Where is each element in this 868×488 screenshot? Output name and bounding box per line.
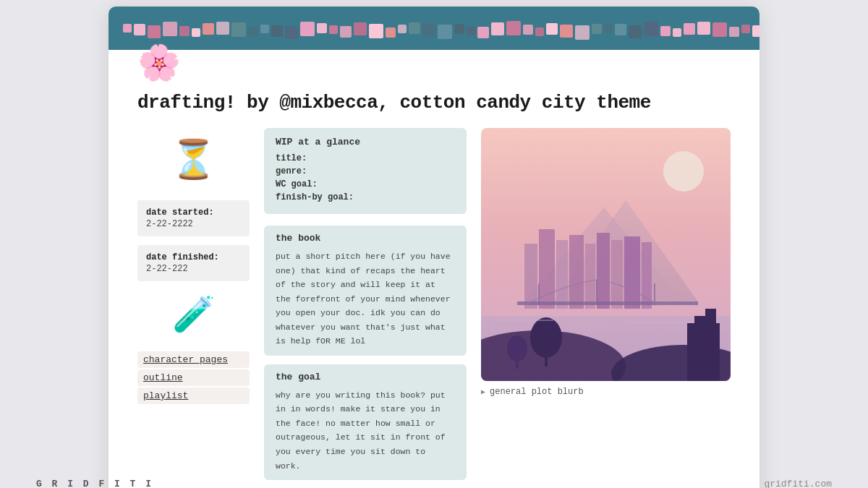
pixel-block bbox=[741, 25, 750, 33]
svg-rect-10 bbox=[597, 233, 610, 309]
svg-rect-13 bbox=[642, 242, 652, 309]
nav-links: character pages outline playlist bbox=[137, 351, 250, 404]
pixel-block bbox=[660, 26, 671, 36]
pixel-block bbox=[317, 23, 327, 33]
svg-rect-8 bbox=[569, 235, 584, 309]
pixel-block bbox=[271, 25, 283, 37]
wip-title: WIP at a glance bbox=[276, 137, 455, 147]
pixel-block bbox=[560, 25, 573, 38]
notion-card: 🌸 drafting! by @mixbecca, cotton candy c… bbox=[109, 7, 760, 488]
pixel-block bbox=[467, 27, 475, 35]
outer-wrapper: G R I D F I T I gridfiti.com 🌸 drafting!… bbox=[14, 14, 854, 488]
pixel-block bbox=[163, 22, 177, 36]
pixel-block bbox=[615, 24, 626, 35]
pixel-block bbox=[491, 22, 504, 35]
date-finished-label: date finished: bbox=[146, 252, 241, 262]
svg-rect-29 bbox=[626, 322, 691, 323]
brand-right: gridfiti.com bbox=[764, 479, 832, 488]
svg-rect-28 bbox=[568, 323, 611, 325]
potion-icon: 🧪 bbox=[172, 290, 216, 341]
card-header bbox=[109, 7, 760, 50]
svg-rect-9 bbox=[585, 244, 595, 309]
nav-outline[interactable]: outline bbox=[137, 369, 250, 386]
pixel-block bbox=[506, 21, 521, 35]
pixel-block bbox=[260, 25, 269, 33]
pixel-block bbox=[148, 25, 161, 38]
book-heading: the book bbox=[276, 233, 455, 244]
wip-wc-row: WC goal: bbox=[276, 179, 455, 189]
nav-playlist[interactable]: playlist bbox=[137, 388, 250, 404]
date-started-section: date started: 2-22-2222 bbox=[137, 200, 250, 236]
svg-rect-11 bbox=[611, 240, 623, 309]
pixel-block bbox=[752, 25, 760, 37]
city-illustration bbox=[481, 128, 731, 381]
svg-rect-7 bbox=[556, 240, 568, 309]
date-started-label: date started: bbox=[146, 207, 241, 218]
wip-genre-row: genre: bbox=[276, 166, 455, 176]
pixel-block bbox=[203, 23, 214, 35]
pixel-block bbox=[454, 24, 464, 34]
pixel-block bbox=[644, 22, 658, 36]
goal-section: the goal why are you writing this book? … bbox=[264, 364, 467, 480]
pixel-block bbox=[712, 22, 727, 37]
main-layout: ⏳ date started: 2-22-2222 date finished:… bbox=[137, 128, 731, 488]
nav-character-pages[interactable]: character pages bbox=[137, 351, 250, 368]
pixel-block bbox=[192, 28, 200, 37]
date-started-value: 2-22-2222 bbox=[146, 219, 241, 229]
svg-point-22 bbox=[507, 335, 527, 361]
pixel-block bbox=[523, 25, 533, 35]
svg-rect-23 bbox=[516, 358, 519, 369]
plot-blurb-row: ▶ general plot blurb bbox=[481, 387, 731, 397]
goal-text: why are you writing this book? put in in… bbox=[276, 388, 455, 473]
svg-rect-27 bbox=[495, 320, 553, 321]
pixel-block bbox=[422, 23, 435, 36]
pixel-block bbox=[340, 26, 352, 38]
pixel-block bbox=[285, 26, 298, 39]
plot-blurb-text: general plot blurb bbox=[490, 387, 584, 397]
date-finished-section: date finished: 2-22-222 bbox=[137, 245, 250, 281]
pixel-block bbox=[697, 22, 710, 35]
pixel-block bbox=[729, 27, 739, 37]
pixel-block bbox=[329, 25, 338, 34]
svg-rect-21 bbox=[545, 352, 548, 367]
right-panel: ▶ general plot blurb bbox=[481, 128, 731, 397]
svg-point-1 bbox=[663, 151, 704, 192]
page-title: drafting! by @mixbecca, cotton candy cit… bbox=[137, 92, 731, 114]
card-body: 🌸 drafting! by @mixbecca, cotton candy c… bbox=[109, 50, 760, 488]
pixel-block bbox=[386, 27, 396, 38]
pixel-block bbox=[398, 25, 407, 33]
pixel-block bbox=[369, 24, 383, 38]
svg-point-20 bbox=[530, 317, 562, 358]
pixel-block bbox=[134, 24, 145, 35]
pixel-block bbox=[300, 22, 315, 36]
pixel-block bbox=[438, 25, 452, 39]
pixel-block bbox=[477, 27, 489, 38]
flower-icon: 🌸 bbox=[137, 43, 181, 85]
pixel-block bbox=[673, 28, 681, 37]
pixel-block bbox=[546, 23, 558, 35]
book-text: put a short pitch here (if you have one)… bbox=[276, 249, 455, 348]
book-section: the book put a short pitch here (if you … bbox=[264, 226, 467, 356]
middle-content: WIP at a glance title: genre: WC goal: f… bbox=[264, 128, 467, 488]
svg-rect-5 bbox=[524, 244, 537, 309]
wip-finish-row: finish-by goal: bbox=[276, 192, 455, 202]
svg-rect-12 bbox=[624, 236, 640, 309]
pixel-block bbox=[535, 27, 544, 36]
pixel-block bbox=[409, 22, 420, 34]
wip-box: WIP at a glance title: genre: WC goal: f… bbox=[264, 128, 467, 214]
pixel-block bbox=[684, 23, 695, 35]
pixel-decoration bbox=[109, 7, 760, 50]
pixel-block bbox=[231, 22, 246, 37]
date-finished-value: 2-22-222 bbox=[146, 264, 241, 274]
pixel-block bbox=[216, 22, 229, 35]
pixel-block bbox=[592, 24, 602, 34]
pixel-block bbox=[629, 25, 642, 38]
svg-rect-26 bbox=[705, 309, 716, 381]
pixel-block bbox=[179, 26, 190, 36]
triangle-icon: ▶ bbox=[481, 388, 485, 396]
wip-title-row: title: bbox=[276, 153, 455, 163]
left-sidebar: ⏳ date started: 2-22-2222 date finished:… bbox=[137, 128, 250, 404]
hourglass-icon: ⏳ bbox=[172, 132, 216, 189]
goal-heading: the goal bbox=[276, 372, 455, 382]
pixel-block bbox=[354, 22, 367, 35]
